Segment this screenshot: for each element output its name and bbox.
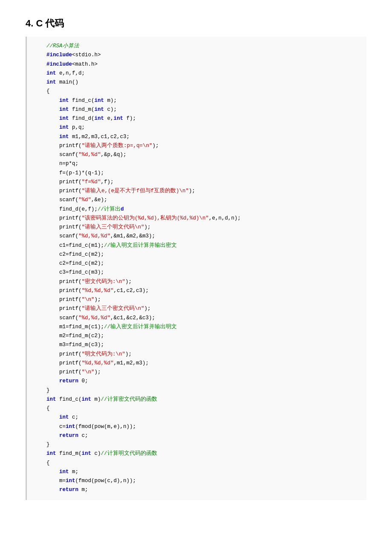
section-title: 4. C 代码 — [26, 17, 366, 30]
code-block: //RSA小算法 #include<stdio.h> #include<math… — [26, 37, 366, 500]
